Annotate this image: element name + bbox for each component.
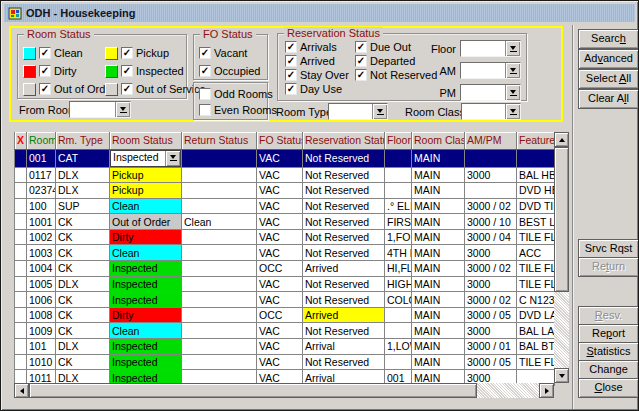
cell-fo-status[interactable]: VAC (257, 245, 303, 261)
cell-room[interactable]: 1010 (27, 354, 56, 370)
pm-dropdown-button[interactable] (505, 85, 520, 100)
cell-room-class[interactable]: MAIN (412, 245, 465, 261)
checkbox[interactable]: ✓ (39, 65, 51, 77)
cell-floor[interactable]: HI,FLO (385, 261, 412, 277)
checkbox[interactable]: ✓ (355, 41, 367, 53)
cell-room[interactable]: 1008 (27, 307, 56, 323)
cell-floor[interactable] (385, 167, 412, 183)
cell-return-status[interactable] (182, 245, 257, 261)
cell-floor[interactable] (385, 307, 412, 323)
table-row[interactable]: 101DLXInspectedVACArrival1,LOWMAIN3000 /… (15, 339, 555, 355)
room-type-dropdown-button[interactable] (372, 104, 387, 119)
table-row[interactable]: 001CATInspectedVACNot ReservedMAIN (15, 149, 555, 167)
cell-room-type[interactable]: CK (56, 292, 110, 308)
cell-room-type[interactable]: CK (56, 323, 110, 339)
checkbox[interactable]: ✓ (355, 69, 367, 81)
cell-room[interactable]: 1005 (27, 276, 56, 292)
room-class-dropdown-button[interactable] (505, 104, 520, 119)
cell-ampm[interactable]: 3000 / 01 (465, 339, 517, 355)
cell-floor[interactable]: .° ELIS (385, 198, 412, 214)
cell-features[interactable]: BAL BT (517, 339, 555, 355)
from-room-combo[interactable] (69, 101, 131, 118)
cell-room-status[interactable]: Inspected (110, 339, 182, 355)
table-row[interactable]: 1005DLXInspectedVACNot ReservedHIGHMAIN3… (15, 276, 555, 292)
checkbox[interactable] (199, 88, 211, 100)
checkbox[interactable]: ✓ (121, 83, 133, 95)
cell-features[interactable]: TILE FLO (517, 261, 555, 277)
cell-ampm[interactable] (465, 183, 517, 199)
table-row[interactable]: 1003CKCleanVACNot Reserved4TH FMAIN3000A… (15, 245, 555, 261)
cell-mark[interactable] (15, 245, 27, 261)
close-button[interactable]: Close (578, 378, 639, 398)
cell-room[interactable]: 02374 (27, 183, 56, 199)
table-row[interactable]: 1010CKInspectedVACNot ReservedMAIN3000 /… (15, 354, 555, 370)
cell-room-class[interactable]: MAIN (412, 354, 465, 370)
vertical-scrollbar[interactable] (554, 132, 569, 383)
cell-ampm[interactable]: 3000 (465, 276, 517, 292)
filter-checkbox-day-use[interactable]: ✓Day Use (285, 82, 349, 96)
cell-features[interactable]: BAL LAN (517, 323, 555, 339)
cell-room-status[interactable]: Pickup (110, 183, 182, 199)
cell-return-status[interactable]: Clean (182, 214, 257, 230)
scroll-right-button[interactable] (539, 383, 554, 398)
room-status-combo-value[interactable]: Inspected (111, 151, 165, 166)
cell-mark[interactable] (15, 229, 27, 245)
cell-features[interactable]: BAL HB (517, 167, 555, 183)
cell-room-type[interactable]: CK (56, 307, 110, 323)
checkbox[interactable]: ✓ (285, 41, 297, 53)
cell-ampm[interactable]: 3000 / 05 (465, 354, 517, 370)
cell-fo-status[interactable]: VAC (257, 292, 303, 308)
cell-return-status[interactable] (182, 292, 257, 308)
cell-room-status[interactable]: Inspected (110, 149, 182, 167)
horizontal-scroll-thumb[interactable] (29, 383, 477, 398)
filter-checkbox-not-reserved[interactable]: ✓Not Reserved (355, 68, 437, 82)
cell-mark[interactable] (15, 261, 27, 277)
column-header-return-status[interactable]: Return Status (182, 132, 257, 149)
table-row[interactable]: 1009CKCleanVACNot ReservedMAIN3000BAL LA… (15, 323, 555, 339)
cell-floor[interactable]: 1,LOW (385, 339, 412, 355)
cell-features[interactable]: C N123 (517, 292, 555, 308)
filter-checkbox-occupied[interactable]: ✓Occupied (199, 64, 260, 78)
cell-room-class[interactable]: MAIN (412, 183, 465, 199)
cell-features[interactable]: TILE FLO (517, 354, 555, 370)
cell-room-class[interactable]: MAIN (412, 276, 465, 292)
cell-reservation-status[interactable]: Arrived (303, 307, 385, 323)
cell-floor[interactable]: 4TH F (385, 245, 412, 261)
room-type-combo[interactable] (328, 103, 388, 120)
cell-room[interactable]: 1002 (27, 229, 56, 245)
cell-mark[interactable] (15, 167, 27, 183)
scroll-down-button[interactable] (554, 368, 569, 383)
checkbox[interactable]: ✓ (285, 83, 297, 95)
cell-return-status[interactable] (182, 307, 257, 323)
cell-reservation-status[interactable]: Not Reserved (303, 354, 385, 370)
cell-room-type[interactable]: CK (56, 229, 110, 245)
checkbox[interactable]: ✓ (121, 65, 133, 77)
cell-mark[interactable] (15, 276, 27, 292)
filter-checkbox-due-out[interactable]: ✓Due Out (355, 40, 437, 54)
column-header-room-status[interactable]: Room Status (110, 132, 182, 149)
filter-checkbox-even-rooms[interactable]: Even Rooms (199, 103, 277, 117)
cell-mark[interactable] (15, 307, 27, 323)
cell-features[interactable]: TILE FLO (517, 229, 555, 245)
cell-room[interactable]: 001 (27, 149, 56, 167)
select-all-button[interactable]: Select All (578, 69, 639, 89)
search-button[interactable]: Search (578, 29, 639, 49)
filter-checkbox-vacant[interactable]: ✓Vacant (199, 46, 260, 60)
cell-return-status[interactable] (182, 261, 257, 277)
filter-checkbox-out-of-service[interactable]: ✓Out of Service (105, 82, 206, 96)
cell-ampm[interactable]: 3000 / 02 (465, 198, 517, 214)
cell-floor[interactable]: FIRST (385, 214, 412, 230)
cell-room-type[interactable]: SUP (56, 198, 110, 214)
checkbox[interactable]: ✓ (285, 69, 297, 81)
cell-room-class[interactable]: MAIN (412, 149, 465, 167)
filter-checkbox-dirty[interactable]: ✓Dirty (23, 64, 105, 78)
floor-value[interactable] (461, 41, 505, 56)
column-header-am-pm[interactable]: AM/PM (465, 132, 517, 149)
am-combo[interactable] (460, 62, 521, 79)
table-row[interactable]: 100SUPCleanVACNot Reserved.° ELISMAIN300… (15, 198, 555, 214)
cell-floor[interactable] (385, 149, 412, 167)
cell-room[interactable]: 1004 (27, 261, 56, 277)
cell-ampm[interactable]: 3000 / 02 (465, 292, 517, 308)
from-room-value[interactable] (70, 102, 115, 117)
srvc-rqst-button[interactable]: Srvc Rqst (578, 239, 639, 259)
